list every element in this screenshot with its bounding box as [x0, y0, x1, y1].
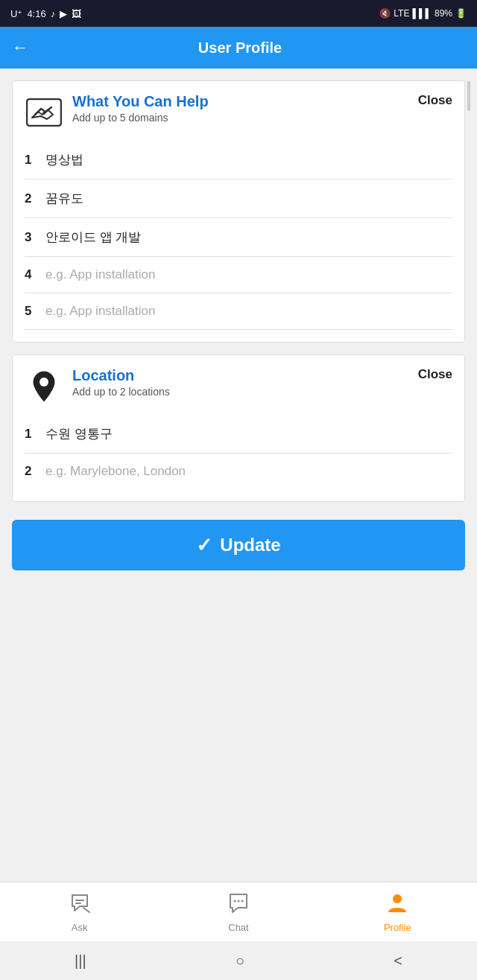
nav-label-ask: Ask — [72, 922, 88, 933]
profile-icon — [386, 891, 408, 919]
app-header: ← User Profile — [0, 27, 477, 69]
location-card-title: Location — [72, 367, 418, 384]
location-pin-icon — [25, 367, 63, 406]
svg-point-4 — [237, 900, 239, 902]
carrier-label: U⁺ — [10, 8, 22, 19]
location-card: Location Add up to 2 locations Close 1 수… — [12, 354, 465, 502]
location-value-1: 수원 영통구 — [45, 425, 113, 442]
scrollbar — [467, 81, 470, 111]
location-item-2[interactable]: 2 e.g. Marylebone, London — [25, 454, 452, 489]
domain-item-1[interactable]: 1 명상법 — [25, 141, 452, 179]
nav-label-chat: Chat — [228, 922, 248, 933]
svg-point-1 — [42, 112, 45, 115]
update-button-label: Update — [220, 535, 280, 556]
svg-point-6 — [393, 894, 402, 903]
android-nav-bar: ||| ○ < — [0, 941, 477, 980]
status-right: 🔇 LTE ▌▌▌ 89% 🔋 — [379, 8, 467, 19]
location-number-1: 1 — [25, 427, 45, 442]
svg-point-2 — [40, 378, 48, 386]
location-number-2: 2 — [25, 464, 45, 479]
help-card-subtitle: Add up to 5 domains — [72, 112, 418, 124]
location-item-1[interactable]: 1 수원 영통구 — [25, 415, 452, 454]
domain-value-2: 꿈유도 — [45, 190, 83, 207]
location-card-subtitle: Add up to 2 locations — [72, 386, 418, 398]
domain-placeholder-5: e.g. App installation — [45, 304, 155, 319]
mute-icon: 🔇 — [379, 8, 391, 19]
back-button[interactable]: ← — [12, 38, 28, 57]
domain-item-5[interactable]: 5 e.g. App installation — [25, 293, 452, 330]
nav-item-ask[interactable]: Ask — [0, 882, 159, 941]
domain-item-4[interactable]: 4 e.g. App installation — [25, 257, 452, 293]
help-card-close-button[interactable]: Close — [418, 93, 452, 108]
nav-item-profile[interactable]: Profile — [318, 882, 477, 941]
help-card-title: What You Can Help — [72, 93, 418, 110]
domain-item-2[interactable]: 2 꿈유도 — [25, 179, 452, 218]
battery-label: 89% — [435, 8, 452, 19]
time-label: 4:16 — [27, 8, 45, 19]
ask-icon — [69, 891, 91, 919]
image-icon: 🖼 — [72, 8, 81, 19]
domain-number-1: 1 — [25, 153, 45, 168]
android-home-button[interactable]: ○ — [236, 952, 244, 970]
nav-item-chat[interactable]: Chat — [159, 882, 318, 941]
domain-placeholder-4: e.g. App installation — [45, 267, 155, 282]
svg-point-5 — [241, 900, 243, 902]
help-card-header: What You Can Help Add up to 5 domains Cl… — [25, 93, 452, 132]
location-placeholder-2: e.g. Marylebone, London — [45, 464, 186, 479]
lte-label: LTE — [394, 8, 409, 19]
svg-point-3 — [233, 900, 236, 902]
location-card-close-button[interactable]: Close — [418, 367, 452, 382]
what-you-can-help-card: What You Can Help Add up to 5 domains Cl… — [12, 80, 465, 343]
domain-number-3: 3 — [25, 230, 45, 245]
nav-label-profile: Profile — [384, 922, 411, 933]
status-left: U⁺ 4:16 ♪ ▶ 🖼 — [10, 8, 81, 19]
chat-icon — [227, 891, 250, 919]
play-icon: ▶ — [60, 8, 67, 19]
status-bar: U⁺ 4:16 ♪ ▶ 🖼 🔇 LTE ▌▌▌ 89% 🔋 — [0, 0, 477, 27]
handshake-icon — [25, 93, 63, 132]
domain-number-5: 5 — [25, 304, 45, 319]
domain-number-2: 2 — [25, 191, 45, 206]
help-card-header-text: What You Can Help Add up to 5 domains — [72, 93, 418, 124]
domain-value-1: 명상법 — [45, 151, 83, 168]
check-icon: ✓ — [196, 534, 212, 557]
music-icon: ♪ — [51, 8, 56, 19]
domain-number-4: 4 — [25, 267, 45, 282]
location-card-header-text: Location Add up to 2 locations — [72, 367, 418, 398]
android-back-button[interactable]: < — [394, 952, 402, 970]
update-button[interactable]: ✓ Update — [12, 520, 465, 570]
domain-item-3[interactable]: 3 안로이드 앱 개발 — [25, 218, 452, 257]
signal-icon: ▌▌▌ — [412, 8, 432, 19]
android-menu-button[interactable]: ||| — [75, 952, 86, 970]
location-card-header: Location Add up to 2 locations Close — [25, 367, 452, 406]
main-content: What You Can Help Add up to 5 domains Cl… — [0, 69, 477, 882]
battery-icon: 🔋 — [455, 8, 467, 19]
domain-value-3: 안로이드 앱 개발 — [45, 229, 141, 246]
page-title: User Profile — [37, 39, 443, 57]
bottom-nav: Ask Chat Profile — [0, 882, 477, 941]
